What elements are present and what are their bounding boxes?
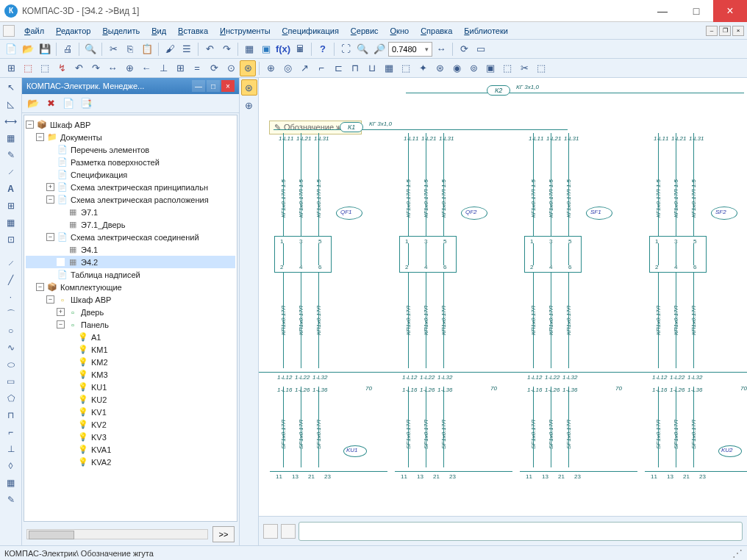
tool-23[interactable]: ⬚ <box>398 60 414 76</box>
tool-21[interactable]: ⊔ <box>364 60 380 76</box>
sym-icon[interactable]: ⊞ <box>2 198 20 214</box>
menu-Инструменты[interactable]: Инструменты <box>215 24 276 37</box>
panel-min-icon[interactable]: — <box>192 80 205 92</box>
seg-icon[interactable]: ╱ <box>2 272 20 288</box>
tool-30[interactable]: ✂ <box>516 60 532 76</box>
tool-wire-label[interactable]: ⊛ <box>240 60 256 76</box>
tree-item[interactable]: 💡KM2 <box>26 356 235 368</box>
tree-item[interactable]: 💡KV3 <box>26 431 235 443</box>
drawing-canvas[interactable]: ✎Обозначение жгута К1К2КГ 3х1,0КГ 3х1,01… <box>259 78 747 516</box>
dim-icon[interactable]: ⟷ <box>2 113 20 129</box>
tool-26[interactable]: ◉ <box>448 60 465 76</box>
tree-item[interactable]: 📄Таблица надписей <box>26 268 235 281</box>
open-icon[interactable]: 📂 <box>20 41 36 57</box>
tool-24[interactable]: ✦ <box>415 60 431 76</box>
panel-exp-icon[interactable]: 📑 <box>78 96 94 112</box>
tool-8[interactable]: ⊕ <box>121 60 137 76</box>
zoom-out-icon[interactable]: 🔎 <box>371 41 387 57</box>
tree-view[interactable]: −📦Шкаф АВР−📁Документы📄Перечень элементов… <box>24 115 237 522</box>
menu-Окно[interactable]: Окно <box>385 24 415 37</box>
tool-29[interactable]: ⬚ <box>499 60 515 76</box>
save-icon[interactable]: 💾 <box>37 41 53 57</box>
panel-hscroll[interactable] <box>26 529 208 539</box>
el-icon[interactable]: ⬭ <box>2 356 20 373</box>
arc-icon[interactable]: ⌒ <box>2 306 20 322</box>
redo-icon[interactable]: ↷ <box>218 41 235 57</box>
new-icon[interactable]: 📄 <box>3 41 19 57</box>
tree-item[interactable]: ▦Э7.1 <box>26 206 235 218</box>
lib-icon[interactable]: ▦ <box>241 41 257 57</box>
tree-item[interactable]: 💡A1 <box>26 331 235 343</box>
conn-icon[interactable]: ⊕ <box>241 97 257 113</box>
menu-Редактор[interactable]: Редактор <box>51 24 96 37</box>
tool-4[interactable]: ↯ <box>54 60 70 76</box>
tree-item[interactable]: ▦Э4.2 <box>26 256 235 268</box>
brush-icon[interactable]: 🖌 <box>162 41 178 57</box>
panel-close-icon[interactable]: × <box>221 80 235 92</box>
panel-go-btn[interactable]: >> <box>212 526 235 542</box>
tool-f[interactable]: ✎ <box>2 492 20 508</box>
menu-Вид[interactable]: Вид <box>146 24 171 37</box>
pan-icon[interactable]: ↔ <box>433 41 449 57</box>
tool-13[interactable]: ⟳ <box>206 60 222 76</box>
mdi-icon[interactable] <box>3 25 15 37</box>
tool-7[interactable]: ↔ <box>104 60 121 76</box>
a-icon[interactable]: A <box>2 181 20 197</box>
tree-item[interactable]: −📦Шкаф АВР <box>26 118 235 131</box>
close-button[interactable]: × <box>713 0 747 22</box>
paste-icon[interactable]: 📋 <box>139 41 155 57</box>
spline-icon[interactable]: ∿ <box>2 340 20 356</box>
maximize-button[interactable]: □ <box>679 0 713 22</box>
wire-label-icon[interactable]: ⊛ <box>241 79 257 96</box>
print-icon[interactable]: 🖨 <box>60 41 76 57</box>
undo-icon[interactable]: ↶ <box>201 41 218 57</box>
tree-item[interactable]: 💡KM1 <box>26 343 235 356</box>
tool-6[interactable]: ↷ <box>87 60 104 76</box>
tree-item[interactable]: ▦Э7.1_Дверь <box>26 218 235 231</box>
zoom-combo[interactable]: 0.7480 <box>388 42 432 57</box>
tool-25[interactable]: ⊛ <box>432 60 448 76</box>
tree-item[interactable]: 💡KVA2 <box>26 456 235 468</box>
tool-b[interactable]: ⌐ <box>2 424 20 440</box>
tree-item[interactable]: −📦Комплектующие <box>26 281 235 293</box>
refresh-icon[interactable]: ⟳ <box>456 41 472 57</box>
tree-item[interactable]: 💡KU2 <box>26 393 235 406</box>
geom-icon[interactable]: ◺ <box>2 96 20 112</box>
tree-item[interactable]: −▫Панель <box>26 318 235 331</box>
tool-15[interactable]: ⊕ <box>262 60 279 76</box>
tool-22[interactable]: ▦ <box>381 60 397 76</box>
menu-Файл[interactable]: Файл <box>19 24 49 37</box>
tree-item[interactable]: 💡KU1 <box>26 381 235 393</box>
cut-icon[interactable]: ✂ <box>105 41 121 57</box>
tool-1[interactable]: ⊞ <box>3 60 19 76</box>
point-icon[interactable]: · <box>2 289 20 305</box>
resize-grip[interactable]: ⋰ <box>732 548 743 559</box>
misc-icon[interactable]: ⊡ <box>2 231 20 248</box>
zoom-in-icon[interactable]: 🔍 <box>354 41 371 57</box>
tool-2[interactable]: ⬚ <box>20 60 36 76</box>
hatch-icon[interactable]: ▦ <box>2 130 20 146</box>
tool-10[interactable]: ⊥ <box>155 60 171 76</box>
tool-11[interactable]: ⊞ <box>172 60 188 76</box>
tool-14[interactable]: ⊙ <box>223 60 239 76</box>
panel-max-icon[interactable]: □ <box>207 80 220 92</box>
tree-item[interactable]: 💡KV1 <box>26 406 235 418</box>
menu-Выделить[interactable]: Выделить <box>97 24 145 37</box>
fx-icon[interactable]: f(x) <box>275 41 291 57</box>
copy-icon[interactable]: ⎘ <box>122 41 138 57</box>
circle2-icon[interactable]: ○ <box>2 323 20 339</box>
tool-27[interactable]: ⊚ <box>465 60 482 76</box>
minimize-button[interactable]: — <box>646 0 679 22</box>
panel-del-icon[interactable]: ✖ <box>43 96 59 112</box>
poly-icon[interactable]: ⬠ <box>2 390 20 406</box>
tool-16[interactable]: ◎ <box>279 60 296 76</box>
tool-17[interactable]: ↗ <box>296 60 312 76</box>
tree-item[interactable]: −📄Схема электрическая расположения <box>26 193 235 206</box>
calc-icon[interactable]: 🖩 <box>292 41 308 57</box>
tree-item[interactable]: +▫Дверь <box>26 306 235 318</box>
menu-Спецификация[interactable]: Спецификация <box>277 24 344 37</box>
tree-item[interactable]: 💡KV2 <box>26 418 235 431</box>
tree-item[interactable]: 💡KM3 <box>26 368 235 381</box>
tool-20[interactable]: ⊓ <box>347 60 363 76</box>
tbl-icon[interactable]: ▦ <box>2 215 20 231</box>
